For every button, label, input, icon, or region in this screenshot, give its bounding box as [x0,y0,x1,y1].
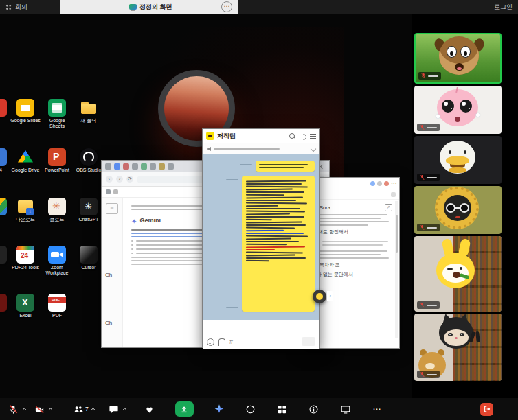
desktop-icon-pdf24[interactable]: PDF24 Tools [10,246,41,270]
text-line-placeholder [427,177,437,178]
desktop-icon-chatgpt[interactable]: ChatGPT [73,198,104,222]
participant-video-2[interactable] [414,86,502,134]
share-screen-button[interactable] [175,401,194,417]
mute-options-button[interactable] [21,401,27,417]
desktop-icon-powerpoint[interactable]: PowerPoint [41,148,73,173]
browser-sidebar: ≡ Ch Ch [102,198,123,347]
apps-button[interactable] [276,401,289,417]
text-line-placeholder [246,216,304,218]
google-sheets-icon [48,99,66,117]
text-line-placeholder [132,163,138,170]
text-line-placeholder [214,148,280,150]
text-line-placeholder [141,163,147,170]
text-line-placeholder [246,230,284,232]
text-line-placeholder [246,251,303,253]
ai-companion-button[interactable] [213,401,225,417]
icon-label: PDF24 Tools [10,265,41,270]
sidebar-item[interactable]: Ch [105,320,112,326]
participant-video-4[interactable] [414,186,502,234]
kakao-notice-bar[interactable] [203,143,319,154]
shared-screen-content: Google Slides Google Sheets 새 폴더 024 Goo… [0,14,412,398]
whiteboard-button[interactable] [339,401,352,417]
desktop-icon-downloads[interactable]: 다운로드 [10,198,41,222]
desktop-icon-zoom[interactable]: Zoom Workplace [41,246,73,276]
video-options-button[interactable] [47,401,54,417]
participant-video-6[interactable] [414,314,502,381]
record-button[interactable] [245,401,257,417]
icon-label: Excel [10,313,41,318]
kakao-message-small[interactable] [256,161,315,172]
profile-dot[interactable] [384,181,389,186]
smiley-icon[interactable] [207,338,214,346]
kakao-chat-area[interactable] [203,154,319,320]
back-icon[interactable]: ‹ [106,176,113,183]
desktop-icon-pdf[interactable]: PDF [41,294,73,318]
kakaotalk-icon [206,132,214,140]
call-icon[interactable] [300,133,306,139]
camera-icon [34,404,45,415]
profile-dot[interactable] [377,181,382,186]
profile-dot[interactable] [370,181,375,186]
text-line-placeholder [391,192,396,197]
kakaotalk-window[interactable]: 저작팀 [202,128,320,348]
chat-options-button[interactable] [122,401,128,417]
participant-video-1[interactable] [414,33,502,84]
kakao-room-title: 저작팀 [217,132,236,141]
menu-icon[interactable]: ≡ [106,203,118,214]
muted-mic-icon [420,124,425,130]
video-button[interactable] [33,401,45,417]
mute-button[interactable] [7,401,19,417]
tab-shared-screen[interactable]: 정정의 화면 [129,3,172,12]
text-line-placeholder [131,240,133,242]
icon-label: Cursor [73,265,104,270]
chevron-down-icon[interactable] [311,145,316,151]
refresh-icon[interactable]: ⟳ [126,176,133,183]
login-link[interactable]: 로그인 [494,3,513,12]
icon-label: Google Sheets [41,118,73,129]
meeting-info-button[interactable] [308,401,320,417]
more-button[interactable]: ⋯ [371,401,383,417]
external-link-icon[interactable]: ↗ [385,204,392,211]
whiteboard-icon [340,404,351,415]
icon-label: OBS Studio [73,167,104,173]
desktop-icon-cursor[interactable]: Cursor [73,246,104,270]
kakao-message-input[interactable]: # [203,320,319,349]
participant-video-5[interactable] [414,236,502,312]
reactions-button[interactable] [144,401,156,417]
floating-emoticon-button[interactable] [313,290,326,303]
participant-video-3[interactable] [414,136,502,184]
leave-button[interactable] [480,401,493,417]
search-icon[interactable] [289,133,295,139]
participants-button[interactable]: 7 [73,401,89,417]
tab-meeting[interactable]: 회의 [0,0,60,14]
kakao-note-body[interactable] [242,176,315,312]
chat-button[interactable] [108,401,120,417]
folder-2024-icon [0,148,7,166]
muted-mic-icon [420,174,425,180]
heart-icon [144,404,155,415]
desktop-icon-excel[interactable]: Excel [10,294,41,318]
top-bar: 회의 정정의 화면 ⋯ 로그인 [0,0,518,14]
kakao-title-bar[interactable]: 저작팀 [203,129,319,143]
clip-icon[interactable] [218,338,225,346]
desktop-icon-google-slides[interactable]: Google Slides [10,99,41,124]
floating-collapse-handle[interactable]: ‹ [327,291,333,301]
message-meta [226,307,238,308]
send-button[interactable] [302,337,315,346]
text-line-placeholder [246,210,305,212]
menu-icon[interactable] [310,133,316,139]
forward-icon[interactable]: › [116,176,123,183]
desktop-icon-google-sheets[interactable]: Google Sheets [41,99,73,129]
desktop-icon-google-drive[interactable]: Google Drive [10,148,41,173]
tab-more-button[interactable]: ⋯ [221,1,232,12]
text-line-placeholder [246,208,300,209]
desktop-icon-obs-studio[interactable]: OBS Studio [73,148,104,173]
sidebar-item[interactable]: Ch [105,272,112,278]
desktop-icon-claude[interactable]: 클로드 [41,198,73,222]
icon-label: 클로드 [41,217,73,222]
more-icon[interactable]: ⋯ [391,180,396,187]
scrollbar[interactable] [395,201,398,338]
desktop-icon-new-folder[interactable]: 새 폴더 [73,99,104,124]
hash-icon[interactable]: # [229,339,233,345]
participants-options-button[interactable] [90,401,97,417]
